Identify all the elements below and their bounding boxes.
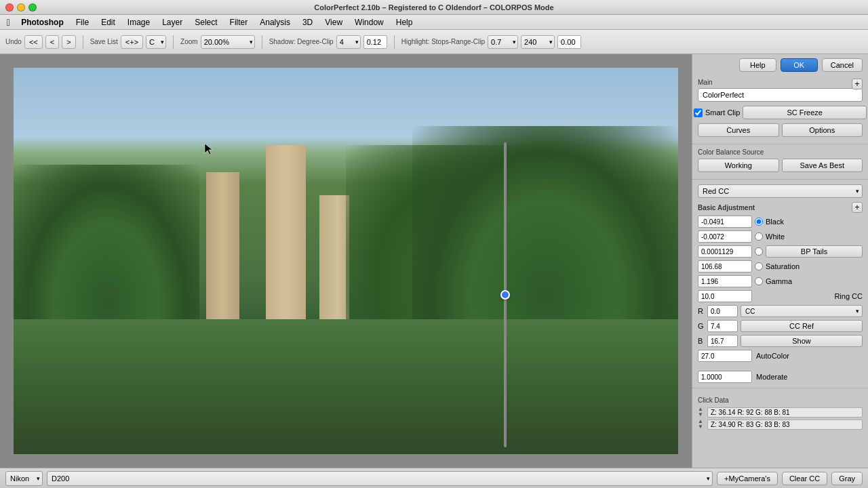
window-title: ColorPerfect 2.10b – Registered to C Old…: [314, 3, 553, 12]
zoom-group: Zoom 20.00%: [180, 35, 255, 49]
highlight-stops-select[interactable]: 0.7: [488, 35, 518, 49]
curves-options-row: Curves Options: [692, 122, 868, 138]
r-input[interactable]: [707, 305, 738, 317]
menu-select[interactable]: Select: [189, 16, 222, 28]
minimize-button[interactable]: [17, 3, 25, 12]
menu-photoshop[interactable]: Photoshop: [16, 16, 69, 28]
ba-ringcc-input[interactable]: [698, 290, 752, 302]
menu-layer[interactable]: Layer: [157, 16, 188, 28]
smart-clip-label: Smart Clip: [705, 108, 740, 117]
menu-view[interactable]: View: [319, 16, 348, 28]
save-list-group: Save List <+> C: [90, 35, 166, 49]
foreground: [14, 319, 678, 455]
ba-bptails-input[interactable]: [698, 245, 752, 258]
zoom-select[interactable]: 20.00%: [201, 35, 255, 49]
ba-bptails-button[interactable]: BP Tails: [766, 245, 863, 258]
arrow-down-2[interactable]: ▼: [698, 424, 703, 430]
add-cameras-button[interactable]: +MyCamera's: [717, 472, 778, 485]
menu-edit[interactable]: Edit: [96, 16, 121, 28]
main-plus-button[interactable]: +: [852, 79, 863, 89]
highlight-range-select[interactable]: 240: [521, 35, 555, 49]
menu-image[interactable]: Image: [122, 16, 155, 28]
shadow-clip-input[interactable]: [363, 35, 387, 49]
slider-track: [504, 142, 507, 447]
g-row: G CC Ref: [692, 319, 868, 333]
clear-cc-button[interactable]: Clear CC: [782, 472, 827, 485]
help-button[interactable]: Help: [739, 58, 776, 72]
undo-label: Undo: [5, 38, 22, 45]
shadow-group: Shadow: Degree-Clip 4: [269, 35, 387, 49]
menu-window[interactable]: Window: [349, 16, 389, 28]
menu-help[interactable]: Help: [391, 16, 418, 28]
close-button[interactable]: [5, 3, 14, 12]
moderate-input[interactable]: [698, 371, 752, 383]
camera-model-select[interactable]: D200: [47, 471, 713, 486]
save-as-best-button[interactable]: Save As Best: [782, 159, 863, 172]
save-list-select-wrap: C: [146, 35, 166, 49]
tower-right: [319, 195, 349, 319]
curves-button[interactable]: Curves: [698, 123, 779, 137]
undo-next-button[interactable]: >: [62, 35, 75, 49]
tower-left: [206, 172, 239, 319]
save-list-select[interactable]: C: [146, 35, 166, 49]
show-button[interactable]: Show: [741, 335, 863, 347]
menu-file[interactable]: File: [71, 16, 94, 28]
maximize-button[interactable]: [28, 3, 37, 12]
sc-freeze-button[interactable]: SC Freeze: [743, 106, 867, 119]
ba-black-input[interactable]: [698, 216, 752, 228]
autocolor-input[interactable]: [698, 350, 752, 362]
highlight-range-wrap: 240: [521, 35, 555, 49]
b-row: B Show: [692, 333, 868, 348]
camera-brand-select[interactable]: Nikon: [5, 471, 43, 486]
divider-panel-1: [692, 144, 868, 144]
moderate-label: Moderate: [756, 373, 787, 381]
working-button[interactable]: Working: [698, 159, 779, 172]
save-list-button[interactable]: <+>: [121, 35, 143, 49]
vertical-slider[interactable]: [500, 142, 510, 447]
ba-white-input[interactable]: [698, 230, 752, 243]
ba-white-radio[interactable]: [755, 232, 763, 241]
gray-button[interactable]: Gray: [831, 472, 863, 485]
toolbar: Undo << < > Save List <+> C Zoom 20.00% …: [0, 30, 868, 54]
divider-2: [173, 35, 174, 49]
cc-small-dropdown[interactable]: CC: [741, 305, 863, 317]
cancel-button[interactable]: Cancel: [822, 58, 863, 72]
divider-panel-2: [692, 179, 868, 180]
ba-bptails-radio[interactable]: [755, 247, 763, 256]
basic-adjustment-header: Basic Adjustment +: [692, 200, 868, 214]
ok-button[interactable]: OK: [781, 58, 818, 72]
bottom-bar: Nikon D200 +MyCamera's Clear CC Gray: [0, 468, 868, 488]
arrow-down-1[interactable]: ▼: [698, 412, 703, 418]
undo-prev-button[interactable]: <: [45, 35, 59, 49]
menu-filter[interactable]: Filter: [224, 16, 254, 28]
slider-thumb[interactable]: [500, 290, 510, 300]
colorperfect-input[interactable]: [698, 88, 863, 102]
g-input[interactable]: [707, 320, 738, 332]
moderate-row: Moderate: [692, 369, 868, 385]
menu-analysis[interactable]: Analysis: [254, 16, 296, 28]
ba-gamma-label: Gamma: [766, 277, 863, 285]
ba-white-label: White: [766, 232, 863, 241]
ba-black-radio[interactable]: [755, 218, 763, 226]
cc-dropdown[interactable]: Red CC: [698, 184, 863, 198]
apple-menu[interactable]: : [3, 17, 14, 28]
shadow-degree-select[interactable]: 4: [336, 35, 361, 49]
ba-saturation-input[interactable]: [698, 260, 752, 272]
camera-brand-wrap: Nikon: [5, 471, 43, 486]
ba-plus-button[interactable]: +: [852, 202, 863, 213]
smart-clip-checkbox[interactable]: [694, 108, 703, 117]
highlight-label: Highlight: Stops-Range-Clip: [401, 38, 485, 45]
titlebar-buttons: [5, 3, 37, 12]
b-input[interactable]: [707, 335, 738, 347]
panel-header-buttons: Help OK Cancel: [692, 54, 868, 75]
highlight-clip-input[interactable]: [557, 35, 581, 49]
ba-gamma-input[interactable]: [698, 275, 752, 287]
ba-saturation-radio[interactable]: [755, 262, 763, 270]
menu-3d[interactable]: 3D: [297, 16, 318, 28]
click-data-value-1: Z: 36.14 R: 92 G: 88 B: 81: [707, 407, 863, 418]
ba-gamma-radio[interactable]: [755, 277, 763, 285]
undo-back-button[interactable]: <<: [24, 35, 43, 49]
cc-ref-button[interactable]: CC Ref: [741, 320, 863, 332]
trees-right: [412, 126, 678, 339]
options-button[interactable]: Options: [782, 123, 863, 137]
